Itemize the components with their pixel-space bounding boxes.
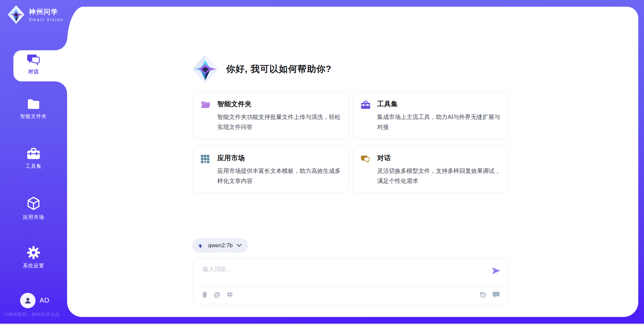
composer-tools-right [479,291,500,298]
composer-divider [198,287,504,287]
copyright-text: ©神州数码 · 神州问学出品 [5,312,60,318]
model-logo-icon [197,242,204,250]
cube-icon [26,196,41,211]
page-bottom-strip [0,324,644,325]
sidebar-item-label: 对话 [0,69,67,75]
brand-logo-icon [7,5,25,24]
send-icon[interactable] [491,266,501,276]
sidebar-item-label: 应用市场 [0,214,67,220]
user-profile[interactable]: AD [0,293,67,309]
card-app-market[interactable]: 应用市场 应用市场提供丰富长文本模板，助力高效生成多样化文章内容 [193,146,349,193]
card-description: 灵活切换多模型文件，支持多样回复效果调试，满足个性化需求 [377,166,501,186]
greeting-block: 你好, 我可以如何帮助你? [192,54,332,84]
model-selector[interactable]: qwen2:7b [192,238,248,253]
sidebar-item-label: 智能文件夹 [0,113,67,120]
active-tab-curve-bottom [55,81,67,93]
sidebar-item-settings[interactable]: 系统设置 [0,246,67,269]
composer-tools-left: @ [202,291,233,298]
brand: 神州问学 Smart Vision [7,5,64,24]
chat-icon [26,53,41,66]
chat-icon [361,154,370,163]
hash-icon[interactable] [226,291,233,298]
sidebar-item-toolset[interactable]: 工具集 [0,147,67,170]
greeting-title: 你好, 我可以如何帮助你? [226,63,332,75]
user-initials: AD [40,297,50,304]
sidebar-item-chat[interactable]: 对话 [0,53,67,75]
card-description: 集成市场上主流工具，助力AI与外界无缝扩展与对接 [377,112,501,132]
card-title: 应用市场 [217,153,341,162]
history-icon[interactable] [479,291,487,298]
avatar [20,293,36,308]
paperclip-icon[interactable] [202,291,208,298]
sidebar-item-label: 系统设置 [0,263,67,269]
card-title: 工具集 [377,100,501,109]
card-title: 对话 [377,153,501,162]
brand-name: 神州问学 [29,7,64,16]
card-description: 智能文件夹功能支持批量文件上传与清洗，轻松实现文件问答 [217,112,341,132]
assistant-logo-icon [192,54,219,84]
folder-icon [26,98,41,110]
chevron-down-icon [237,244,241,247]
gear-icon [26,246,41,260]
sidebar-item-smart-folder[interactable]: 智能文件夹 [0,98,67,120]
sidebar-item-label: 工具集 [0,163,67,170]
card-toolset[interactable]: 工具集 集成市场上主流工具，助力AI与外界无缝扩展与对接 [353,92,509,139]
toolbox-icon [26,147,41,160]
brand-subtitle: Smart Vision [29,17,64,22]
at-icon[interactable]: @ [214,291,220,298]
active-tab-curve-top [55,38,67,50]
grid-icon [201,154,210,164]
card-chat[interactable]: 对话 灵活切换多模型文件，支持多样回复效果调试，满足个性化需求 [353,146,509,193]
feature-cards: 智能文件夹 智能文件夹功能支持批量文件上传与清洗，轻松实现文件问答 工具集 集成… [193,92,509,193]
toolbox-icon [361,101,371,110]
card-smart-folder[interactable]: 智能文件夹 智能文件夹功能支持批量文件上传与清洗，轻松实现文件问答 [193,92,349,139]
folder-open-icon [201,101,211,109]
message-input[interactable] [193,258,508,280]
card-title: 智能文件夹 [217,100,341,109]
sidebar-item-app-market[interactable]: 应用市场 [0,196,67,220]
person-icon [23,296,32,305]
main-panel: 你好, 我可以如何帮助你? 智能文件夹 智能文件夹功能支持批量文件上传与清洗，轻… [67,7,638,317]
message-composer: @ [193,258,509,304]
card-description: 应用市场提供丰富长文本模板，助力高效生成多样化文章内容 [217,166,341,186]
chat-bubble-icon[interactable] [492,291,500,298]
sidebar: 神州问学 Smart Vision 对话 智能文件夹 工具集 [0,0,67,325]
model-name: qwen2:7b [208,242,233,249]
